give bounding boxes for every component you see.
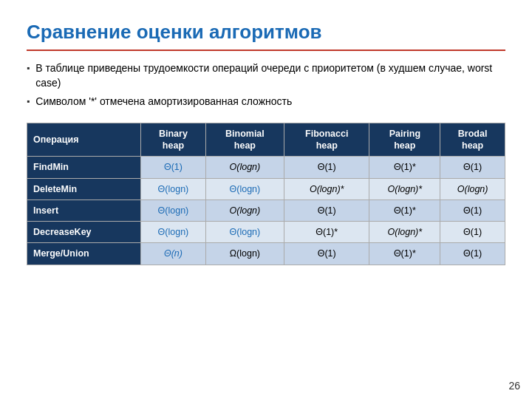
- cell-merge-pairing: Θ(1)*: [369, 243, 440, 265]
- cell-findmin-binary: Θ(1): [141, 157, 206, 178]
- col-header-fibonacci-line1: Fibonacci: [305, 129, 348, 139]
- cell-deletemin-binary: Θ(logn): [141, 178, 206, 200]
- table-row: Insert Θ(logn) O(logn) Θ(1) Θ(1)* Θ(1): [27, 200, 505, 221]
- table-row: Merge/Union Θ(n) Ω(logn) Θ(1) Θ(1)* Θ(1): [27, 243, 505, 265]
- bullet-2: ▪ Символом '*' отмечена амортизированная…: [27, 95, 505, 109]
- bullet-icon-2: ▪: [27, 95, 30, 108]
- val-decreasekey-binary: Θ(logn): [158, 227, 189, 237]
- val-merge-binary: Θ(n): [164, 248, 183, 259]
- bullet-icon-1: ▪: [27, 62, 30, 75]
- val-decreasekey-binomial: Θ(logn): [230, 227, 261, 237]
- cell-decreasekey-binomial: Θ(logn): [205, 222, 284, 243]
- table-row: DeleteMin Θ(logn) Θ(logn) O(logn)* O(log…: [27, 178, 505, 200]
- table-body: FindMin Θ(1) O(logn) Θ(1) Θ(1)* Θ(1) Del…: [27, 157, 505, 265]
- val-insert-binary: Θ(logn): [158, 205, 189, 216]
- cell-decreasekey-pairing: O(logn)*: [369, 222, 440, 243]
- table-wrapper: Операция Binary heap Binomial heap Fibon…: [27, 123, 505, 384]
- cell-findmin-brodal: Θ(1): [440, 157, 505, 178]
- col-header-pairing-line2: heap: [394, 140, 415, 151]
- col-header-binomial-line2: heap: [234, 140, 256, 151]
- cell-decreasekey-op: DecreaseKey: [27, 222, 141, 243]
- col-header-pairing: Pairing heap: [369, 123, 440, 157]
- val-merge-binomial: Ω(logn): [230, 248, 260, 259]
- cell-findmin-fibonacci: Θ(1): [284, 157, 369, 178]
- val-merge-pairing: Θ(1)*: [394, 248, 416, 259]
- cell-insert-brodal: Θ(1): [440, 200, 505, 221]
- cell-insert-binary: Θ(logn): [141, 200, 206, 221]
- cell-merge-fibonacci: Θ(1): [284, 243, 369, 265]
- col-header-binary: Binary heap: [141, 123, 206, 157]
- cell-insert-binomial: O(logn): [205, 200, 284, 221]
- bullets-section: ▪ В таблице приведены трудоемкости опера…: [27, 61, 505, 114]
- val-merge-brodal: Θ(1): [463, 248, 482, 259]
- cell-insert-fibonacci: Θ(1): [284, 200, 369, 221]
- table-row: FindMin Θ(1) O(logn) Θ(1) Θ(1)* Θ(1): [27, 157, 505, 178]
- slide: Сравнение оценки алгоритмов ▪ В таблице …: [0, 0, 532, 399]
- col-header-binomial: Binomial heap: [205, 123, 284, 157]
- cell-decreasekey-binary: Θ(logn): [141, 222, 206, 243]
- cell-insert-pairing: Θ(1)*: [369, 200, 440, 221]
- val-deletemin-pairing: O(logn)*: [388, 184, 423, 194]
- bullet-text-2: Символом '*' отмечена амортизированная с…: [35, 95, 292, 109]
- cell-decreasekey-brodal: Θ(1): [440, 222, 505, 243]
- cell-findmin-pairing: Θ(1)*: [369, 157, 440, 178]
- val-deletemin-binary: Θ(logn): [158, 184, 189, 194]
- val-insert-pairing: Θ(1)*: [394, 205, 416, 216]
- val-decreasekey-fibonacci: Θ(1)*: [316, 227, 338, 237]
- col-header-brodal: Brodal heap: [440, 123, 505, 157]
- val-insert-brodal: Θ(1): [463, 205, 482, 216]
- val-findmin-pairing: Θ(1)*: [394, 162, 416, 172]
- cell-merge-binary: Θ(n): [141, 243, 206, 265]
- slide-title: Сравнение оценки алгоритмов: [27, 21, 505, 51]
- cell-deletemin-brodal: O(logn): [440, 178, 505, 200]
- cell-decreasekey-fibonacci: Θ(1)*: [284, 222, 369, 243]
- cell-deletemin-pairing: O(logn)*: [369, 178, 440, 200]
- val-insert-binomial: O(logn): [230, 205, 261, 216]
- cell-merge-op: Merge/Union: [27, 243, 141, 265]
- col-header-brodal-line1: Brodal: [458, 129, 488, 139]
- col-header-binary-line1: Binary: [159, 129, 188, 139]
- val-decreasekey-pairing: O(logn)*: [388, 227, 423, 237]
- col-header-binomial-line1: Binomial: [225, 129, 265, 139]
- bullet-1: ▪ В таблице приведены трудоемкости опера…: [27, 61, 505, 90]
- val-deletemin-binomial: Θ(logn): [230, 184, 261, 194]
- val-merge-fibonacci: Θ(1): [318, 248, 336, 259]
- val-deletemin-fibonacci: O(logn)*: [310, 184, 344, 194]
- val-insert-fibonacci: Θ(1): [318, 205, 336, 216]
- comparison-table: Операция Binary heap Binomial heap Fibon…: [27, 123, 505, 265]
- table-row: DecreaseKey Θ(logn) Θ(logn) Θ(1)* O(logn…: [27, 222, 505, 243]
- cell-deletemin-binomial: Θ(logn): [205, 178, 284, 200]
- cell-merge-binomial: Ω(logn): [205, 243, 284, 265]
- col-header-brodal-line2: heap: [462, 140, 483, 151]
- table-header-row: Операция Binary heap Binomial heap Fibon…: [27, 123, 505, 157]
- cell-merge-brodal: Θ(1): [440, 243, 505, 265]
- col-header-fibonacci: Fibonacci heap: [284, 123, 369, 157]
- cell-findmin-binomial: O(logn): [205, 157, 284, 178]
- val-findmin-binomial: O(logn): [230, 162, 261, 172]
- val-findmin-fibonacci: Θ(1): [318, 162, 336, 172]
- cell-findmin-op: FindMin: [27, 157, 141, 178]
- val-deletemin-brodal: O(logn): [457, 184, 488, 194]
- cell-deletemin-op: DeleteMin: [27, 178, 141, 200]
- col-header-binary-line2: heap: [163, 140, 184, 151]
- cell-deletemin-fibonacci: O(logn)*: [284, 178, 369, 200]
- val-findmin-brodal: Θ(1): [463, 162, 482, 172]
- page-number: 26: [508, 380, 520, 392]
- val-decreasekey-brodal: Θ(1): [463, 227, 482, 237]
- val-findmin-binary: Θ(1): [164, 162, 183, 172]
- col-header-op: Операция: [27, 123, 141, 157]
- cell-insert-op: Insert: [27, 200, 141, 221]
- col-header-pairing-line1: Pairing: [389, 129, 420, 139]
- col-header-fibonacci-line2: heap: [316, 140, 338, 151]
- bullet-text-1: В таблице приведены трудоемкости операци…: [35, 61, 505, 90]
